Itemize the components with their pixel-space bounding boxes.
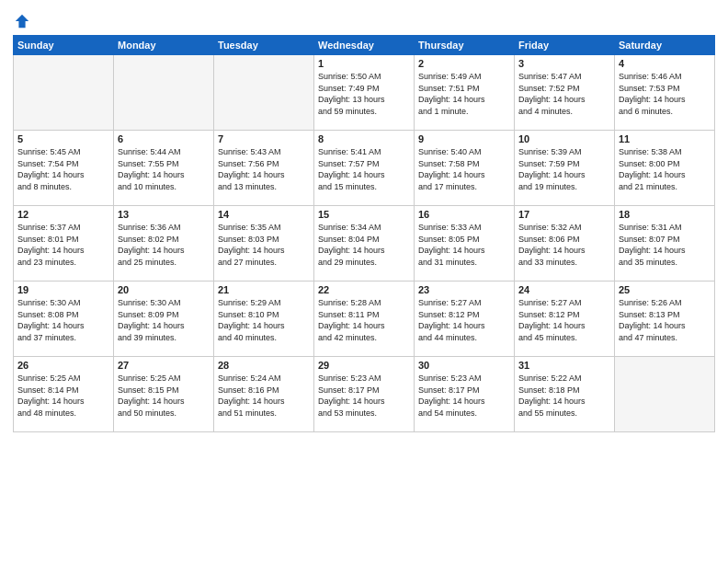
calendar-cell: 12Sunrise: 5:37 AM Sunset: 8:01 PM Dayli… bbox=[14, 206, 114, 282]
day-number: 3 bbox=[518, 58, 610, 69]
day-number: 20 bbox=[118, 284, 210, 295]
day-info: Sunrise: 5:37 AM Sunset: 8:01 PM Dayligh… bbox=[17, 222, 109, 268]
day-info: Sunrise: 5:29 AM Sunset: 8:10 PM Dayligh… bbox=[218, 297, 310, 343]
calendar-day-header: Thursday bbox=[415, 36, 515, 55]
day-number: 27 bbox=[118, 360, 210, 371]
calendar-cell: 31Sunrise: 5:22 AM Sunset: 8:18 PM Dayli… bbox=[515, 357, 615, 432]
day-info: Sunrise: 5:23 AM Sunset: 8:17 PM Dayligh… bbox=[418, 373, 510, 419]
calendar-cell: 13Sunrise: 5:36 AM Sunset: 8:02 PM Dayli… bbox=[114, 206, 214, 282]
day-info: Sunrise: 5:32 AM Sunset: 8:06 PM Dayligh… bbox=[518, 222, 610, 268]
calendar-week-row: 19Sunrise: 5:30 AM Sunset: 8:08 PM Dayli… bbox=[14, 282, 715, 357]
calendar-cell: 9Sunrise: 5:40 AM Sunset: 7:58 PM Daylig… bbox=[415, 131, 515, 206]
day-info: Sunrise: 5:35 AM Sunset: 8:03 PM Dayligh… bbox=[218, 222, 310, 268]
day-number: 8 bbox=[318, 133, 410, 144]
day-number: 6 bbox=[118, 133, 210, 144]
calendar-cell: 20Sunrise: 5:30 AM Sunset: 8:09 PM Dayli… bbox=[114, 282, 214, 357]
calendar-week-row: 26Sunrise: 5:25 AM Sunset: 8:14 PM Dayli… bbox=[14, 357, 715, 432]
day-number: 7 bbox=[218, 133, 310, 144]
calendar-cell: 10Sunrise: 5:39 AM Sunset: 7:59 PM Dayli… bbox=[515, 131, 615, 206]
calendar-cell: 4Sunrise: 5:46 AM Sunset: 7:53 PM Daylig… bbox=[615, 55, 715, 131]
day-info: Sunrise: 5:47 AM Sunset: 7:52 PM Dayligh… bbox=[518, 71, 610, 117]
day-info: Sunrise: 5:36 AM Sunset: 8:02 PM Dayligh… bbox=[118, 222, 210, 268]
calendar-cell: 19Sunrise: 5:30 AM Sunset: 8:08 PM Dayli… bbox=[14, 282, 114, 357]
day-info: Sunrise: 5:45 AM Sunset: 7:54 PM Dayligh… bbox=[17, 146, 109, 192]
calendar-day-header: Tuesday bbox=[214, 36, 314, 55]
day-number: 30 bbox=[418, 360, 510, 371]
calendar-cell: 22Sunrise: 5:28 AM Sunset: 8:11 PM Dayli… bbox=[314, 282, 415, 357]
calendar-cell: 17Sunrise: 5:32 AM Sunset: 8:06 PM Dayli… bbox=[515, 206, 615, 282]
day-number: 29 bbox=[318, 360, 410, 371]
day-info: Sunrise: 5:27 AM Sunset: 8:12 PM Dayligh… bbox=[418, 297, 510, 343]
calendar-cell: 11Sunrise: 5:38 AM Sunset: 8:00 PM Dayli… bbox=[615, 131, 715, 206]
calendar-cell: 24Sunrise: 5:27 AM Sunset: 8:12 PM Dayli… bbox=[515, 282, 615, 357]
day-number: 24 bbox=[518, 284, 610, 295]
day-number: 26 bbox=[17, 360, 109, 371]
day-number: 13 bbox=[118, 209, 210, 220]
day-number: 19 bbox=[17, 284, 109, 295]
day-number: 21 bbox=[218, 284, 310, 295]
calendar-cell: 8Sunrise: 5:41 AM Sunset: 7:57 PM Daylig… bbox=[314, 131, 415, 206]
day-info: Sunrise: 5:33 AM Sunset: 8:05 PM Dayligh… bbox=[418, 222, 510, 268]
day-info: Sunrise: 5:46 AM Sunset: 7:53 PM Dayligh… bbox=[619, 71, 711, 117]
day-info: Sunrise: 5:30 AM Sunset: 8:08 PM Dayligh… bbox=[17, 297, 109, 343]
calendar-cell: 21Sunrise: 5:29 AM Sunset: 8:10 PM Dayli… bbox=[214, 282, 314, 357]
day-number: 22 bbox=[318, 284, 410, 295]
day-number: 4 bbox=[619, 58, 711, 69]
day-info: Sunrise: 5:41 AM Sunset: 7:57 PM Dayligh… bbox=[318, 146, 410, 192]
calendar-cell: 29Sunrise: 5:23 AM Sunset: 8:17 PM Dayli… bbox=[314, 357, 415, 432]
logo-icon bbox=[14, 13, 30, 29]
day-number: 12 bbox=[17, 209, 109, 220]
day-number: 9 bbox=[418, 133, 510, 144]
day-number: 10 bbox=[518, 133, 610, 144]
day-number: 15 bbox=[318, 209, 410, 220]
calendar-day-header: Sunday bbox=[14, 36, 114, 55]
calendar-cell: 26Sunrise: 5:25 AM Sunset: 8:14 PM Dayli… bbox=[14, 357, 114, 432]
day-number: 25 bbox=[619, 284, 711, 295]
day-info: Sunrise: 5:30 AM Sunset: 8:09 PM Dayligh… bbox=[118, 297, 210, 343]
day-number: 16 bbox=[418, 209, 510, 220]
calendar-cell: 5Sunrise: 5:45 AM Sunset: 7:54 PM Daylig… bbox=[14, 131, 114, 206]
calendar-cell bbox=[114, 55, 214, 131]
calendar-week-row: 1Sunrise: 5:50 AM Sunset: 7:49 PM Daylig… bbox=[14, 55, 715, 131]
calendar-cell: 7Sunrise: 5:43 AM Sunset: 7:56 PM Daylig… bbox=[214, 131, 314, 206]
calendar-cell: 14Sunrise: 5:35 AM Sunset: 8:03 PM Dayli… bbox=[214, 206, 314, 282]
day-number: 31 bbox=[518, 360, 610, 371]
day-info: Sunrise: 5:25 AM Sunset: 8:15 PM Dayligh… bbox=[118, 373, 210, 419]
calendar-week-row: 5Sunrise: 5:45 AM Sunset: 7:54 PM Daylig… bbox=[14, 131, 715, 206]
day-info: Sunrise: 5:50 AM Sunset: 7:49 PM Dayligh… bbox=[318, 71, 410, 117]
day-number: 14 bbox=[218, 209, 310, 220]
calendar-cell: 15Sunrise: 5:34 AM Sunset: 8:04 PM Dayli… bbox=[314, 206, 415, 282]
calendar-cell: 25Sunrise: 5:26 AM Sunset: 8:13 PM Dayli… bbox=[615, 282, 715, 357]
day-info: Sunrise: 5:44 AM Sunset: 7:55 PM Dayligh… bbox=[118, 146, 210, 192]
day-number: 2 bbox=[418, 58, 510, 69]
day-number: 23 bbox=[418, 284, 510, 295]
day-info: Sunrise: 5:22 AM Sunset: 8:18 PM Dayligh… bbox=[518, 373, 610, 419]
day-info: Sunrise: 5:31 AM Sunset: 8:07 PM Dayligh… bbox=[619, 222, 711, 268]
calendar-cell: 27Sunrise: 5:25 AM Sunset: 8:15 PM Dayli… bbox=[114, 357, 214, 432]
calendar-cell bbox=[14, 55, 114, 131]
day-number: 28 bbox=[218, 360, 310, 371]
day-info: Sunrise: 5:49 AM Sunset: 7:51 PM Dayligh… bbox=[418, 71, 510, 117]
day-info: Sunrise: 5:28 AM Sunset: 8:11 PM Dayligh… bbox=[318, 297, 410, 343]
calendar-cell: 23Sunrise: 5:27 AM Sunset: 8:12 PM Dayli… bbox=[415, 282, 515, 357]
calendar-cell: 2Sunrise: 5:49 AM Sunset: 7:51 PM Daylig… bbox=[415, 55, 515, 131]
day-number: 1 bbox=[318, 58, 410, 69]
calendar-week-row: 12Sunrise: 5:37 AM Sunset: 8:01 PM Dayli… bbox=[14, 206, 715, 282]
page: SundayMondayTuesdayWednesdayThursdayFrid… bbox=[0, 0, 728, 563]
calendar-day-header: Saturday bbox=[615, 36, 715, 55]
svg-marker-0 bbox=[16, 15, 28, 28]
logo bbox=[13, 13, 30, 29]
calendar-cell bbox=[214, 55, 314, 131]
calendar-cell bbox=[615, 357, 715, 432]
calendar: SundayMondayTuesdayWednesdayThursdayFrid… bbox=[13, 35, 715, 432]
day-number: 11 bbox=[619, 133, 711, 144]
calendar-cell: 30Sunrise: 5:23 AM Sunset: 8:17 PM Dayli… bbox=[415, 357, 515, 432]
calendar-day-header: Friday bbox=[515, 36, 615, 55]
day-info: Sunrise: 5:27 AM Sunset: 8:12 PM Dayligh… bbox=[518, 297, 610, 343]
day-info: Sunrise: 5:34 AM Sunset: 8:04 PM Dayligh… bbox=[318, 222, 410, 268]
header bbox=[13, 9, 715, 29]
day-number: 18 bbox=[619, 209, 711, 220]
day-info: Sunrise: 5:39 AM Sunset: 7:59 PM Dayligh… bbox=[518, 146, 610, 192]
day-number: 5 bbox=[17, 133, 109, 144]
day-info: Sunrise: 5:25 AM Sunset: 8:14 PM Dayligh… bbox=[17, 373, 109, 419]
